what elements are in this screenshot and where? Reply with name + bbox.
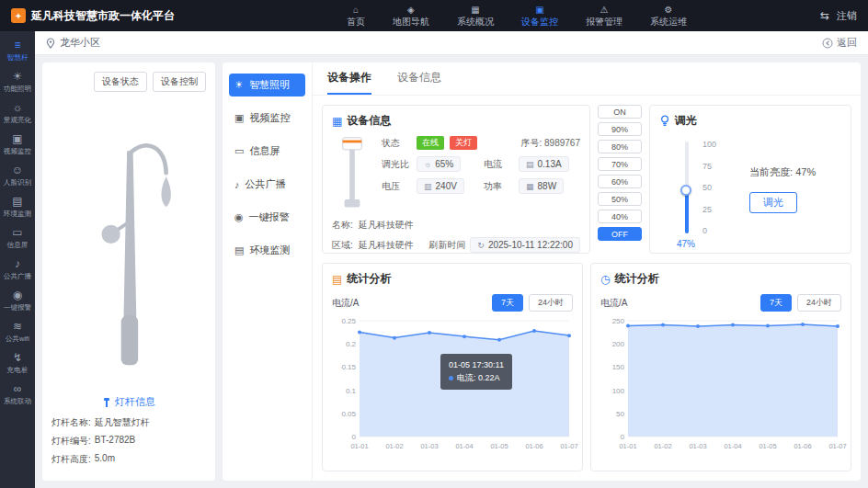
bulb-icon bbox=[659, 115, 670, 127]
function-menu-item[interactable]: ◉ 一键报警 bbox=[229, 206, 305, 229]
top-nav-item[interactable]: ◈ 地图导航 bbox=[393, 6, 429, 27]
dim-apply-button[interactable]: 调光 bbox=[749, 192, 797, 213]
function-menu-icon: ◉ bbox=[234, 211, 244, 223]
chart1-plot-area[interactable]: 00.050.10.150.20.2501-0101-0201-0301-040… bbox=[332, 313, 573, 463]
power-level-button[interactable]: 50% bbox=[598, 192, 642, 206]
function-menu-item[interactable]: ☀ 智慧照明 bbox=[229, 74, 305, 96]
top-nav-item[interactable]: ⌂ 首页 bbox=[347, 6, 365, 27]
pole-field-value: 延凡智慧灯杆 bbox=[95, 416, 150, 429]
app-window: ✦ 延凡科技智慧市政一体化平台 ⌂ 首页 ◈ 地图导航 ▦ 系统概况 bbox=[0, 0, 868, 488]
power-level-button[interactable]: 60% bbox=[598, 175, 642, 188]
sidebar-item[interactable]: ♪ 公共广播 bbox=[0, 254, 35, 285]
function-menu-label: 公共广播 bbox=[246, 177, 286, 191]
device-status-button[interactable]: 设备状态 bbox=[94, 72, 147, 92]
function-menu-label: 智慧照明 bbox=[249, 78, 290, 92]
topbar: ✦ 延凡科技智慧市政一体化平台 ⌂ 首页 ◈ 地图导航 ▦ 系统概况 bbox=[0, 0, 868, 31]
device-control-button[interactable]: 设备控制 bbox=[153, 72, 206, 92]
svg-text:0: 0 bbox=[621, 433, 625, 441]
topbar-right: ⇆ 注销 bbox=[820, 9, 857, 23]
tab-device-info[interactable]: 设备信息 bbox=[397, 62, 441, 95]
function-menu-label: 环境监测 bbox=[249, 244, 290, 257]
current-stats-chart-panel: ▤ 统计分析 电流/A 7天 24小时 bbox=[322, 263, 583, 471]
nav-label: 地图导航 bbox=[393, 17, 429, 27]
svg-text:01-01: 01-01 bbox=[619, 442, 636, 450]
nav-label: 首页 bbox=[347, 17, 365, 27]
power-level-button[interactable]: 90% bbox=[598, 122, 642, 136]
svg-text:01-04: 01-04 bbox=[724, 442, 741, 450]
sidebar-item[interactable]: ▭ 信息屏 bbox=[0, 222, 35, 254]
chart2-unit-label: 电流/A bbox=[600, 297, 627, 310]
chart1-range-24h-button[interactable]: 24小时 bbox=[529, 294, 573, 312]
pole-field-label: 灯杆编号: bbox=[51, 435, 91, 448]
sidebar-item[interactable]: ☀ 功能照明 bbox=[0, 66, 35, 97]
nav-icon: ▣ bbox=[535, 6, 543, 15]
chart2-plot-area[interactable]: 05010015020025001-0101-0201-0301-0401-05… bbox=[600, 313, 841, 463]
sidebar-item[interactable]: ≡ 智慧杆 bbox=[0, 35, 35, 66]
sidebar-item-label: 公共广播 bbox=[4, 271, 31, 280]
svg-text:01-02: 01-02 bbox=[654, 442, 671, 450]
current-icon: ▤ bbox=[526, 160, 534, 169]
power-level-button[interactable]: 70% bbox=[598, 157, 642, 171]
tab-device-operation[interactable]: 设备操作 bbox=[327, 62, 371, 95]
dimming-panel: 调光 47% bbox=[649, 105, 851, 254]
power-level-buttons: ON 90% 80% 70% 60% bbox=[598, 105, 642, 254]
refresh-icon[interactable]: ↻ bbox=[477, 241, 485, 250]
nav-label: 设备监控 bbox=[521, 17, 558, 27]
chart2-range-24h-button[interactable]: 24小时 bbox=[797, 294, 841, 312]
svg-text:0.1: 0.1 bbox=[346, 387, 357, 395]
pole-illustration bbox=[51, 92, 206, 395]
chart2-svg: 05010015020025001-0101-0201-0301-0401-05… bbox=[600, 313, 847, 451]
svg-text:01-04: 01-04 bbox=[455, 442, 473, 450]
screen-switch-icon[interactable]: ⇆ bbox=[820, 9, 829, 22]
top-nav-item[interactable]: ⚠ 报警管理 bbox=[586, 6, 622, 27]
nav-icon: ⌂ bbox=[353, 6, 359, 15]
pole-field-value: 5.0m bbox=[95, 453, 115, 466]
top-nav-item[interactable]: ▦ 系统概况 bbox=[457, 6, 494, 27]
svg-text:01-02: 01-02 bbox=[385, 442, 403, 450]
chart1-range-7d-button[interactable]: 7天 bbox=[492, 294, 523, 312]
brand: ✦ 延凡科技智慧市政一体化平台 bbox=[11, 8, 224, 24]
function-menu-item[interactable]: ▭ 信息屏 bbox=[229, 140, 305, 163]
sidebar-item[interactable]: ◉ 一键报警 bbox=[0, 285, 35, 316]
location-pin-icon bbox=[46, 38, 55, 49]
slider-value: 47% bbox=[677, 239, 695, 249]
svg-text:100: 100 bbox=[612, 387, 625, 395]
nav-label: 系统概况 bbox=[457, 17, 494, 27]
top-nav-item[interactable]: ▣ 设备监控 bbox=[521, 6, 558, 27]
sidebar-item[interactable]: ☼ 景观亮化 bbox=[0, 97, 35, 129]
top-nav: ⌂ 首页 ◈ 地图导航 ▦ 系统概况 ▣ 设备监控 bbox=[224, 6, 809, 27]
sidebar-item[interactable]: ▣ 视频监控 bbox=[0, 129, 35, 160]
power-level-button[interactable]: ON bbox=[598, 105, 642, 119]
sidebar-item[interactable]: ☺ 人脸识别 bbox=[0, 160, 35, 191]
brightness-slider[interactable]: 47% bbox=[680, 142, 694, 233]
sidebar-item[interactable]: ↯ 充电桩 bbox=[0, 347, 35, 379]
power-level-button[interactable]: 80% bbox=[598, 140, 642, 153]
function-menu-item[interactable]: ▣ 视频监控 bbox=[229, 107, 305, 130]
power-level-button[interactable]: 40% bbox=[598, 210, 642, 223]
nav-icon: ▦ bbox=[471, 6, 479, 15]
sidebar-item[interactable]: ≋ 公共wifi bbox=[0, 316, 35, 347]
slider-thumb[interactable] bbox=[680, 185, 691, 196]
online-badge: 在线 bbox=[417, 136, 444, 150]
back-button[interactable]: 返回 bbox=[822, 36, 857, 50]
device-name-label: 名称: bbox=[332, 219, 353, 232]
stats-clock-icon: ◷ bbox=[600, 273, 610, 286]
logout-button[interactable]: 注销 bbox=[837, 9, 857, 23]
nav-label: 报警管理 bbox=[586, 17, 622, 27]
chart2-range-7d-button[interactable]: 7天 bbox=[760, 294, 792, 312]
sidebar-item-icon: ▭ bbox=[12, 227, 22, 238]
function-menu-item[interactable]: ▤ 环境监测 bbox=[229, 239, 305, 262]
sidebar-item[interactable]: ∞ 系统联动 bbox=[0, 379, 35, 410]
top-nav-item[interactable]: ⚙ 系统运维 bbox=[650, 6, 687, 27]
device-area-value: 延凡科技硬件 bbox=[359, 239, 414, 252]
device-info-box: ▦ 设备信息 bbox=[322, 105, 590, 254]
function-menu-item[interactable]: ♪ 公共广播 bbox=[229, 173, 305, 196]
sidebar-item[interactable]: ▤ 环境监测 bbox=[0, 191, 35, 222]
device-area-label: 区域: bbox=[332, 239, 353, 252]
power-level-button[interactable]: OFF bbox=[598, 227, 642, 241]
svg-text:01-03: 01-03 bbox=[689, 442, 706, 450]
nav-icon: ⚠ bbox=[600, 6, 608, 15]
svg-text:150: 150 bbox=[612, 363, 625, 371]
refresh-time: 刷新时间 ↻2025-10-11 12:22:00 bbox=[428, 237, 580, 253]
nav-icon: ⚙ bbox=[664, 6, 672, 15]
